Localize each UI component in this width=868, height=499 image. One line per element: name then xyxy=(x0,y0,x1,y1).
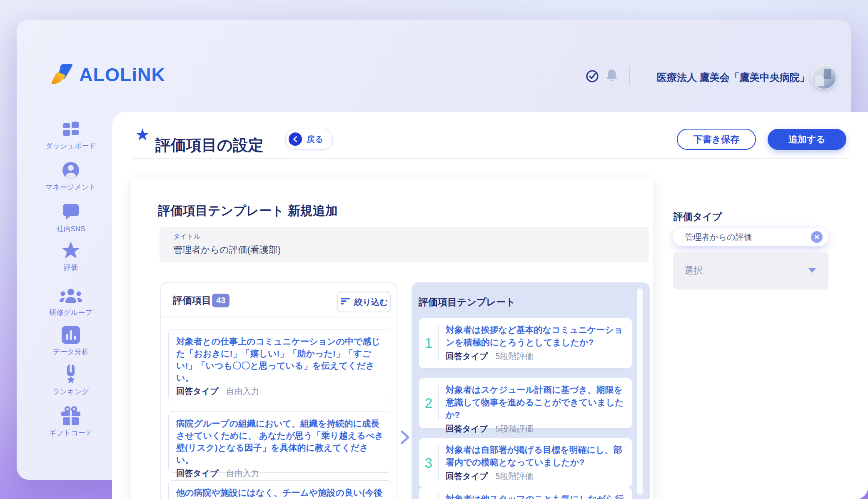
items-panel-divider xyxy=(161,317,397,317)
item-card[interactable]: 対象者との仕事上のコミュニケーションの中で感じた「おおきに!」「嬉しい!」「助か… xyxy=(168,329,392,401)
card-heading: 評価項目テンプレート 新規追加 xyxy=(158,202,338,220)
eval-type-select[interactable]: 選択 xyxy=(673,252,828,289)
chat-icon xyxy=(40,202,102,222)
sidebar-item-ranking[interactable]: ランキング xyxy=(40,364,102,397)
answer-type-label: 回答タイプ xyxy=(176,386,218,397)
filter-button-label: 絞り込む xyxy=(354,297,388,308)
star-icon xyxy=(40,240,102,261)
eval-type-selected-chip[interactable]: 管理者からの評価 xyxy=(673,228,828,246)
template-panel: 評価項目テンプレート 1 対象者は挨拶など基本的なコミュニケーションを積極的にと… xyxy=(412,282,650,499)
person-icon xyxy=(40,160,102,181)
sidebar-item-label: 社内SNS xyxy=(40,224,102,234)
sidebar-item-training-group[interactable]: 研修グループ xyxy=(40,285,102,317)
answer-type-value: 自由入力 xyxy=(226,468,259,479)
template-item[interactable]: 1 対象者は挨拶など基本的なコミュニケーションを積極的にとろうとしてましたか? … xyxy=(419,318,632,368)
sidebar-item-management[interactable]: マネージメント xyxy=(40,160,102,192)
answer-type-label: 回答タイプ xyxy=(446,423,488,434)
eval-type-label: 評価タイプ xyxy=(673,210,722,223)
sidebar-item-evaluation[interactable]: 評価 xyxy=(40,240,102,272)
bar-chart-icon xyxy=(40,324,102,345)
answer-type-value: 自由入力 xyxy=(226,386,259,397)
item-card[interactable]: 他の病院や施設にはなく、チームや施設の良い(今後も伸ばすべき)と思う点を具体的に… xyxy=(168,480,392,499)
template-form-card: 評価項目テンプレート 新規追加 タイトル 管理者からの評価(看護部) 評価項目 … xyxy=(131,177,653,499)
sidebar-item-label: マネージメント xyxy=(40,182,102,192)
filter-icon xyxy=(340,297,351,307)
move-right-chevron-icon[interactable] xyxy=(399,429,411,445)
back-button[interactable]: 戻る xyxy=(285,129,333,150)
title-field-label: タイトル xyxy=(173,232,201,241)
template-item-text: 対象者はスケジュール計画に基づき、期限を意識して物事を進めることができていました… xyxy=(446,384,625,421)
gift-icon xyxy=(40,406,102,427)
sidebar-item-sns[interactable]: 社内SNS xyxy=(40,202,102,234)
topbar-divider xyxy=(629,66,630,86)
template-item[interactable]: 4 対象者は他スタッフのことも気にしながら行動 xyxy=(419,487,632,499)
brand-logo[interactable]: ALOLiNK xyxy=(50,63,165,87)
title-field-value: 管理者からの評価(看護部) xyxy=(173,244,281,256)
answer-type-label: 回答タイプ xyxy=(446,351,488,362)
answer-type-value: 5段階評価 xyxy=(495,423,533,434)
screen: ALOLiNK 医療法人 鷹美会「鷹美中央病院」 xyxy=(0,0,868,499)
people-icon xyxy=(40,285,102,306)
add-button[interactable]: 追加する xyxy=(768,129,846,150)
item-text: 病院グループの組織において、組織を持続的に成長させていくために、 あなたが思う「… xyxy=(176,417,384,466)
user-avatar[interactable] xyxy=(811,65,836,90)
item-card[interactable]: 病院グループの組織において、組織を持続的に成長させていくために、 あなたが思う「… xyxy=(168,411,392,473)
items-count-badge: 43 xyxy=(212,294,229,307)
template-item-number: 2 xyxy=(419,378,438,428)
brand-logo-icon xyxy=(50,63,74,87)
sidebar-item-label: データ分析 xyxy=(40,347,102,357)
save-draft-button[interactable]: 下書き保存 xyxy=(677,129,756,150)
template-panel-title: 評価項目テンプレート xyxy=(419,296,516,309)
chevron-left-icon xyxy=(289,132,302,146)
template-item-text: 対象者は挨拶など基本的なコミュニケーションを積極的にとろうとしてましたか? xyxy=(446,324,625,349)
sidebar-item-gift-code[interactable]: ギフトコード xyxy=(40,406,102,438)
brand-logo-text: ALOLiNK xyxy=(79,64,165,86)
template-item-number: 3 xyxy=(419,438,438,488)
organization-name: 医療法人 鷹美会「鷹美中央病院」 xyxy=(657,71,810,84)
filter-button[interactable]: 絞り込む xyxy=(337,292,391,312)
answer-type-label: 回答タイプ xyxy=(446,471,488,482)
answer-type-value: 5段階評価 xyxy=(495,471,533,482)
chevron-down-icon xyxy=(808,268,816,273)
eval-type-selected-value: 管理者からの評価 xyxy=(685,232,811,243)
items-panel-title: 評価項目 xyxy=(173,294,211,307)
answer-type-value: 5段階評価 xyxy=(495,351,533,362)
notification-bell-icon[interactable] xyxy=(606,69,618,83)
sidebar-item-label: 研修グループ xyxy=(40,308,102,317)
item-text: 他の病院や施設にはなく、チームや施設の良い(今後も伸ばすべき)と思う点を具体的に… xyxy=(176,487,384,499)
sidebar-item-label: 評価 xyxy=(40,263,102,272)
template-item[interactable]: 3 対象者は自部署が掲げる目標を明確にし、部署内での模範となっていましたか? 回… xyxy=(419,438,632,488)
sidebar-item-label: ダッシュボード xyxy=(40,141,102,151)
dashboard-icon xyxy=(40,119,102,140)
template-panel-scrollbar[interactable] xyxy=(637,288,643,495)
sidebar-item-label: ギフトコード xyxy=(40,428,102,438)
sidebar-item-label: ランキング xyxy=(40,387,102,397)
header-divider xyxy=(132,158,849,159)
items-panel: 評価項目 43 絞り込む 対 xyxy=(160,282,397,499)
item-text: 対象者との仕事上のコミュニケーションの中で感じた「おおきに!」「嬉しい!」「助か… xyxy=(176,335,384,384)
template-item-number: 1 xyxy=(419,318,438,368)
app-window: ALOLiNK 医療法人 鷹美会「鷹美中央病院」 xyxy=(17,20,851,480)
remove-chip-button[interactable] xyxy=(811,231,823,243)
sidebar-item-data-analysis[interactable]: データ分析 xyxy=(40,324,102,357)
page-title: 評価項目の設定 xyxy=(155,135,264,156)
template-item-number: 4 xyxy=(419,487,438,499)
template-item-text: 対象者は他スタッフのことも気にしながら行動 xyxy=(446,493,625,499)
approval-check-icon[interactable] xyxy=(586,70,599,83)
answer-type-label: 回答タイプ xyxy=(176,468,218,479)
template-item-text: 対象者は自部署が掲げる目標を明確にし、部署内での模範となっていましたか? xyxy=(446,444,625,469)
page-title-star-icon: ★ xyxy=(135,126,150,143)
back-button-label: 戻る xyxy=(307,134,323,145)
eval-type-select-placeholder: 選択 xyxy=(684,264,703,277)
template-item[interactable]: 2 対象者はスケジュール計画に基づき、期限を意識して物事を進めることができていま… xyxy=(419,378,632,428)
content-panel: ★ 評価項目の設定 戻る 下書き保存 追加する 評価項目テンプレート 新規追加 … xyxy=(112,112,868,499)
sidebar-item-dashboard[interactable]: ダッシュボード xyxy=(40,119,102,151)
medal-icon xyxy=(40,364,102,385)
title-field[interactable]: タイトル 管理者からの評価(看護部) xyxy=(160,227,649,262)
